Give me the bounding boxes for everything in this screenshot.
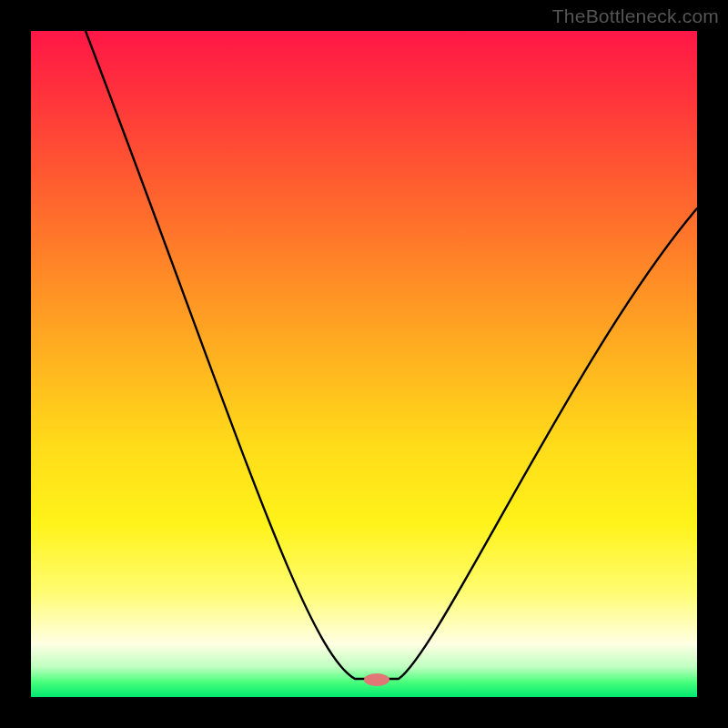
plot-area — [31, 31, 697, 697]
chart-frame: TheBottleneck.com — [0, 0, 728, 728]
gradient-background — [31, 31, 697, 697]
svg-rect-0 — [31, 31, 697, 697]
watermark-label: TheBottleneck.com — [552, 5, 719, 27]
